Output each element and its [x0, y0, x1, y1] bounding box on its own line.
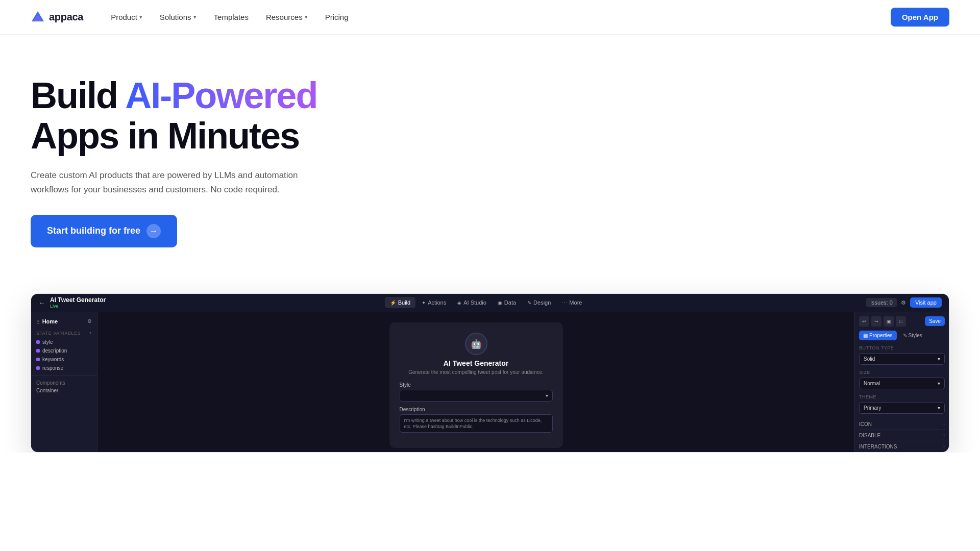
interactions-row[interactable]: INTERACTIONS ›: [859, 441, 945, 452]
button-type-section: Button type Solid ▾: [859, 345, 945, 365]
tab-build[interactable]: ⚡ Build: [385, 297, 415, 308]
hero-section: Build AI-Powered Apps in Minutes Create …: [0, 35, 980, 268]
visit-app-button[interactable]: Visit app: [910, 297, 942, 308]
navbar: appaca Product ▾ Solutions ▾ Templates R…: [0, 0, 980, 35]
nav-item-templates[interactable]: Templates: [207, 9, 256, 26]
more-tab-icon: ⋯: [562, 300, 567, 306]
style-select[interactable]: ▾: [400, 390, 553, 402]
tab-more[interactable]: ⋯ More: [557, 297, 587, 308]
settings-icon[interactable]: ⚙: [901, 299, 906, 306]
app-tabs: ⚡ Build ✦ Actions ◈ AI Studio ◉ Data ✎: [385, 297, 587, 308]
app-topbar-right: Issues: 0 ⚙ Visit app: [866, 297, 942, 308]
state-variables-section: State variables +: [31, 328, 97, 338]
data-tab-icon: ◉: [498, 300, 502, 306]
disable-row[interactable]: DISABLE ›: [859, 430, 945, 441]
right-panel-toolbar: ↩ ↪ ▣ □: [859, 316, 906, 327]
size-chevron-icon: ▾: [938, 381, 940, 386]
redo-button[interactable]: ↪: [871, 316, 881, 327]
app-body: ⌂ Home ⚙ State variables + style descrip…: [31, 312, 949, 452]
app-screenshot: ← AI Tweet Generator Live ⚡ Build ✦ Acti…: [31, 293, 949, 453]
ai-studio-tab-icon: ◈: [457, 300, 461, 306]
nav-item-solutions[interactable]: Solutions ▾: [153, 9, 204, 26]
styles-tab-icon: ✎: [903, 333, 907, 338]
app-topbar: ← AI Tweet Generator Live ⚡ Build ✦ Acti…: [31, 294, 949, 312]
icon-chevron-icon: ›: [943, 421, 945, 427]
size-section: Size Normal ▾: [859, 370, 945, 389]
var-description-dot: [36, 349, 40, 353]
var-description[interactable]: description: [31, 346, 97, 355]
nav-item-resources[interactable]: Resources ▾: [259, 9, 315, 26]
var-keywords[interactable]: keywords: [31, 355, 97, 364]
issues-badge: Issues: 0: [866, 298, 897, 307]
start-building-button[interactable]: Start building for free →: [31, 215, 177, 247]
theme-section: Theme Primary ▾: [859, 394, 945, 414]
description-textarea[interactable]: I'm writing a tweet about how cool is th…: [400, 414, 553, 433]
components-section: Components Container: [31, 375, 97, 395]
nav-links: Product ▾ Solutions ▾ Templates Resource…: [104, 9, 355, 26]
actions-tab-icon: ✦: [422, 300, 426, 306]
right-panel-tabs: ▦ Properties ✎ Styles: [859, 331, 945, 340]
resources-chevron-icon: ▾: [305, 14, 308, 20]
add-variable-icon[interactable]: +: [89, 331, 92, 336]
tab-actions[interactable]: ✦ Actions: [416, 297, 451, 308]
logo-text: appaca: [49, 11, 83, 23]
view-button[interactable]: □: [896, 316, 906, 327]
tab-design[interactable]: ✎ Design: [522, 297, 556, 308]
bot-avatar: 🤖: [465, 333, 487, 355]
styles-tab[interactable]: ✎ Styles: [899, 331, 926, 340]
logo-icon: [31, 10, 45, 24]
logo[interactable]: appaca: [31, 10, 83, 24]
app-status-badge: Live: [50, 304, 106, 309]
disable-chevron-icon: ›: [943, 433, 945, 438]
solutions-chevron-icon: ▾: [193, 14, 197, 20]
app-topbar-left: ← AI Tweet Generator Live: [38, 296, 106, 309]
open-app-button[interactable]: Open App: [891, 8, 949, 27]
back-icon: ←: [38, 299, 45, 307]
properties-tab[interactable]: ▦ Properties: [859, 331, 897, 340]
product-chevron-icon: ▾: [139, 14, 142, 20]
right-panel: ↩ ↪ ▣ □ Save ▦ Properties ✎ Styles: [854, 312, 949, 452]
theme-chevron-icon: ▾: [938, 405, 940, 411]
navbar-left: appaca Product ▾ Solutions ▾ Templates R…: [31, 9, 356, 26]
var-response[interactable]: response: [31, 364, 97, 372]
hero-subtitle: Create custom AI products that are power…: [31, 168, 337, 196]
app-title-group: AI Tweet Generator Live: [50, 296, 106, 309]
description-field: Description I'm writing a tweet about ho…: [400, 407, 553, 433]
theme-dropdown[interactable]: Primary ▾: [859, 402, 945, 414]
var-style[interactable]: style: [31, 338, 97, 346]
interactions-chevron-icon: ›: [943, 444, 945, 449]
var-style-dot: [36, 340, 40, 344]
home-icon: ⌂: [36, 318, 40, 324]
properties-tab-icon: ▦: [863, 333, 868, 338]
hero-title: Build AI-Powered Apps in Minutes: [31, 76, 949, 156]
button-type-dropdown[interactable]: Solid ▾: [859, 353, 945, 365]
app-ui: ← AI Tweet Generator Live ⚡ Build ✦ Acti…: [31, 294, 949, 452]
button-type-chevron-icon: ▾: [938, 356, 940, 362]
app-name-label: AI Tweet Generator: [50, 296, 106, 304]
undo-button[interactable]: ↩: [859, 316, 869, 327]
design-tab-icon: ✎: [527, 300, 531, 306]
tweet-card: 🤖 AI Tweet Generator Generate the most c…: [389, 322, 563, 448]
sidebar-header: ⌂ Home ⚙: [31, 316, 97, 328]
back-button[interactable]: ←: [38, 299, 45, 307]
icon-row[interactable]: ICON ›: [859, 419, 945, 430]
sidebar-settings-icon[interactable]: ⚙: [87, 318, 92, 324]
app-sidebar: ⌂ Home ⚙ State variables + style descrip…: [31, 312, 97, 452]
tab-ai-studio[interactable]: ◈ AI Studio: [452, 297, 492, 308]
layout-button[interactable]: ▣: [884, 316, 894, 327]
var-keywords-dot: [36, 358, 40, 361]
cta-arrow-icon: →: [146, 224, 161, 238]
right-panel-toprow: ↩ ↪ ▣ □ Save: [859, 316, 945, 327]
select-chevron-icon: ▾: [546, 393, 548, 398]
app-canvas: 🤖 AI Tweet Generator Generate the most c…: [97, 312, 854, 452]
sidebar-home-link[interactable]: ⌂ Home: [36, 318, 58, 324]
var-response-dot: [36, 366, 40, 370]
style-field: Style ▾: [400, 382, 553, 402]
build-tab-icon: ⚡: [390, 300, 396, 306]
size-dropdown[interactable]: Normal ▾: [859, 378, 945, 389]
tab-data[interactable]: ◉ Data: [493, 297, 521, 308]
tweet-card-header: 🤖 AI Tweet Generator Generate the most c…: [400, 333, 553, 375]
nav-item-pricing[interactable]: Pricing: [318, 9, 356, 26]
nav-item-product[interactable]: Product ▾: [104, 9, 150, 26]
save-button[interactable]: Save: [925, 316, 945, 326]
